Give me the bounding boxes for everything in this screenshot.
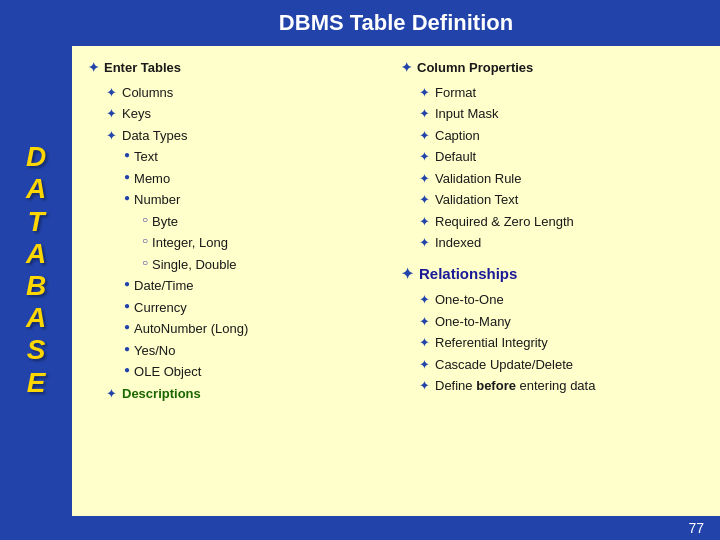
sidebar-letter: S bbox=[27, 334, 46, 366]
list-item: ●Currency bbox=[88, 298, 391, 318]
item-text: Input Mask bbox=[435, 104, 499, 124]
left-section-header: ✦ Enter Tables bbox=[88, 58, 391, 78]
item-text: OLE Object bbox=[134, 362, 201, 382]
bullet-icon: ✦ bbox=[419, 312, 430, 332]
bullet-icon: ✦ bbox=[419, 83, 430, 103]
item-text: Validation Text bbox=[435, 190, 518, 210]
list-item: ✦Validation Text bbox=[401, 190, 704, 210]
list-item: ○Byte bbox=[88, 212, 391, 232]
sidebar-letter: A bbox=[26, 302, 46, 334]
list-item: ✦Define before entering data bbox=[401, 376, 704, 396]
column-properties-label: Column Properties bbox=[417, 58, 533, 78]
item-text: Integer, Long bbox=[152, 233, 228, 253]
bullet-icon: ✦ bbox=[106, 126, 117, 146]
list-item: ●AutoNumber (Long) bbox=[88, 319, 391, 339]
list-item: ✦Columns bbox=[88, 83, 391, 103]
item-text: Validation Rule bbox=[435, 169, 521, 189]
relationships-label: Relationships bbox=[419, 263, 517, 286]
bullet-icon: ✦ bbox=[419, 104, 430, 124]
list-item: ✦Descriptions bbox=[88, 384, 391, 404]
sidebar-letter: A bbox=[26, 173, 46, 205]
right-section-header: ✦ Column Properties bbox=[401, 58, 704, 78]
bullet-icon: ○ bbox=[142, 255, 148, 270]
item-text: Descriptions bbox=[122, 384, 201, 404]
item-text: One-to-One bbox=[435, 290, 504, 310]
bullet-icon: ● bbox=[124, 147, 130, 162]
item-text: Date/Time bbox=[134, 276, 193, 296]
bullet-icon: ● bbox=[124, 362, 130, 377]
list-item: ✦Indexed bbox=[401, 233, 704, 253]
list-item: ●OLE Object bbox=[88, 362, 391, 382]
bullet-icon: ✦ bbox=[106, 104, 117, 124]
item-text: Byte bbox=[152, 212, 178, 232]
bullet-icon: ✦ bbox=[419, 290, 430, 310]
left-column: ✦ Enter Tables ✦Columns✦Keys✦Data Types●… bbox=[88, 58, 391, 510]
item-text: Number bbox=[134, 190, 180, 210]
main-content: DBMS Table Definition ✦ Enter Tables ✦Co… bbox=[72, 0, 720, 540]
sidebar-letter: B bbox=[26, 270, 46, 302]
list-item: ✦Default bbox=[401, 147, 704, 167]
item-text: Yes/No bbox=[134, 341, 175, 361]
list-item: ✦Cascade Update/Delete bbox=[401, 355, 704, 375]
list-item: ●Yes/No bbox=[88, 341, 391, 361]
item-text: AutoNumber (Long) bbox=[134, 319, 248, 339]
bullet-icon: ○ bbox=[142, 233, 148, 248]
list-item: ✦Keys bbox=[88, 104, 391, 124]
list-item: ○Single, Double bbox=[88, 255, 391, 275]
bullet-icon: ✦ bbox=[419, 190, 430, 210]
item-text: Text bbox=[134, 147, 158, 167]
item-text: Define before entering data bbox=[435, 376, 595, 396]
item-text: Single, Double bbox=[152, 255, 237, 275]
bullet-icon: ● bbox=[124, 298, 130, 313]
footer: 77 bbox=[72, 516, 720, 540]
bullet-icon: ✦ bbox=[419, 355, 430, 375]
item-text: Cascade Update/Delete bbox=[435, 355, 573, 375]
diamond-icon: ✦ bbox=[88, 58, 99, 78]
sidebar-letter: T bbox=[27, 206, 44, 238]
item-text: Keys bbox=[122, 104, 151, 124]
right-column: ✦ Column Properties ✦Format✦Input Mask✦C… bbox=[401, 58, 704, 510]
sidebar-letter: A bbox=[26, 238, 46, 270]
bullet-icon: ● bbox=[124, 190, 130, 205]
enter-tables-label: Enter Tables bbox=[104, 58, 181, 78]
item-text: Referential Integrity bbox=[435, 333, 548, 353]
list-item: ✦Referential Integrity bbox=[401, 333, 704, 353]
item-text: Default bbox=[435, 147, 476, 167]
page-number: 77 bbox=[688, 520, 704, 536]
list-item: ✦One-to-Many bbox=[401, 312, 704, 332]
item-text: Indexed bbox=[435, 233, 481, 253]
item-text: Memo bbox=[134, 169, 170, 189]
sidebar-letter: D bbox=[26, 141, 46, 173]
item-text: Currency bbox=[134, 298, 187, 318]
item-text: Data Types bbox=[122, 126, 188, 146]
item-text: One-to-Many bbox=[435, 312, 511, 332]
item-text: Required & Zero Length bbox=[435, 212, 574, 232]
list-item: ✦Format bbox=[401, 83, 704, 103]
list-item: ✦Input Mask bbox=[401, 104, 704, 124]
bullet-icon: ● bbox=[124, 169, 130, 184]
bullet-icon: ✦ bbox=[419, 169, 430, 189]
content-area: ✦ Enter Tables ✦Columns✦Keys✦Data Types●… bbox=[72, 46, 720, 516]
list-item: ●Date/Time bbox=[88, 276, 391, 296]
sidebar-letter: E bbox=[27, 367, 46, 399]
item-text: Columns bbox=[122, 83, 173, 103]
list-item: ●Text bbox=[88, 147, 391, 167]
list-item: ●Memo bbox=[88, 169, 391, 189]
bullet-icon: ✦ bbox=[106, 384, 117, 404]
bullet-icon: ✦ bbox=[106, 83, 117, 103]
bullet-icon: ✦ bbox=[419, 147, 430, 167]
bullet-icon: ● bbox=[124, 319, 130, 334]
diamond-icon: ✦ bbox=[401, 263, 414, 286]
list-item: ✦Caption bbox=[401, 126, 704, 146]
bullet-icon: ✦ bbox=[419, 333, 430, 353]
bullet-icon: ✦ bbox=[419, 376, 430, 396]
slide-title: DBMS Table Definition bbox=[72, 0, 720, 46]
list-item: ✦Validation Rule bbox=[401, 169, 704, 189]
bullet-icon: ✦ bbox=[419, 126, 430, 146]
list-item: ✦One-to-One bbox=[401, 290, 704, 310]
list-item: ●Number bbox=[88, 190, 391, 210]
bullet-icon: ✦ bbox=[419, 233, 430, 253]
bullet-icon: ○ bbox=[142, 212, 148, 227]
sidebar: DATABASE bbox=[0, 0, 72, 540]
list-item: ✦Data Types bbox=[88, 126, 391, 146]
